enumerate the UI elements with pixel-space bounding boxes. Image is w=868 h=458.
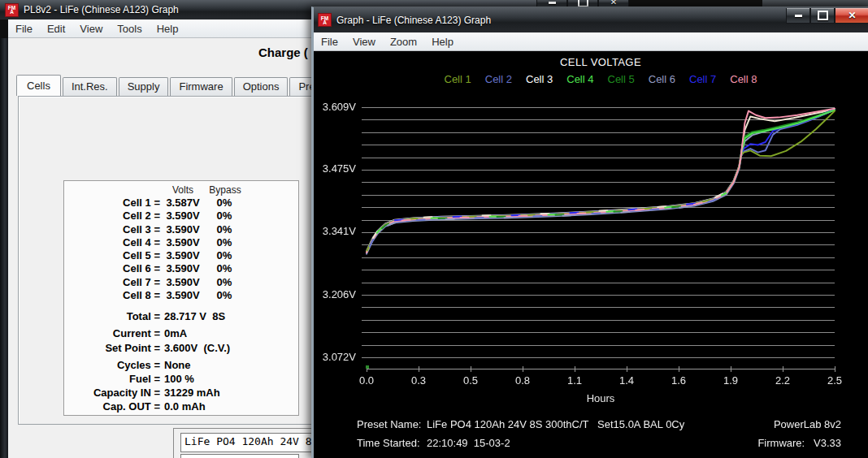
cell-volts: 3.590V — [160, 249, 206, 262]
pl8v2-menu-view[interactable]: View — [72, 20, 110, 37]
cell-bypass: 0% — [206, 236, 243, 249]
pl8v2-menu-help[interactable]: Help — [150, 20, 186, 37]
time-started-label: Time Started: — [357, 437, 427, 449]
cells-tab-panel: Volts Bypass Cell 1 =3.587V0%Cell 2 =3.5… — [18, 96, 335, 425]
preset-name-label: Preset Name: — [357, 418, 427, 430]
summary-row: Cap. OUT =0.0 mAh — [64, 400, 298, 414]
cell-volts: 3.590V — [160, 210, 206, 223]
summary-label: Fuel = — [64, 373, 160, 387]
pl8v2-window-frame — [0, 38, 8, 458]
cell-volts: 3.587V — [160, 197, 206, 210]
summary-value: 100 % — [160, 373, 194, 387]
cell-reading-row: Cell 5 =3.590V0% — [64, 249, 298, 262]
graph-titlebar[interactable]: FM A Graph - LiFe (Chinese A123) Graph — [314, 7, 868, 32]
cell-bypass: 0% — [206, 276, 243, 289]
cell-label: Cell 6 = — [64, 262, 160, 275]
graph-menu-zoom[interactable]: Zoom — [383, 33, 424, 50]
graph-close-button[interactable]: ✕ — [835, 8, 868, 24]
summary-row: Cycles =None — [64, 359, 298, 373]
preset-name-value: LiFe PO4 120Ah 24V 8S 300thC/T Set15.0A … — [427, 418, 684, 430]
app-icon: FM A — [5, 3, 19, 17]
summary-row: Current =0mA — [64, 327, 298, 341]
cell-bypass: 0% — [206, 249, 243, 262]
close-icon: ✕ — [610, 0, 617, 6]
graph-menu-file[interactable]: File — [314, 33, 345, 50]
summary-label: Cycles = — [64, 359, 160, 373]
cell-label: Cell 7 = — [64, 276, 160, 289]
pl8v2-window-title: PL8v2 - LiFe (Chinese A123) Graph — [24, 4, 179, 15]
cell-volts: 3.590V — [160, 236, 206, 249]
minimize-icon — [795, 15, 802, 17]
maximize-icon — [818, 11, 828, 20]
cell-volts: 3.590V — [160, 223, 206, 236]
tab-supply[interactable]: Supply — [119, 77, 169, 96]
cell-reading-row: Cell 3 =3.590V0% — [64, 223, 298, 236]
graph-menu-view[interactable]: View — [345, 33, 383, 50]
preset-settings-field[interactable]: Set15.0A BAL 0Cy — [180, 454, 299, 458]
cell-label: Cell 1 = — [64, 197, 160, 210]
summary-row: Total =28.717 V 8S — [64, 310, 298, 324]
summary-value: 0.0 mAh — [160, 400, 206, 414]
summary-value: 28.717 V 8S — [160, 310, 225, 324]
cell-readings-box: Volts Bypass Cell 1 =3.587V0%Cell 2 =3.5… — [63, 180, 299, 416]
summary-label: Set Point = — [64, 342, 160, 356]
summary-row: Set Point =3.600V (C.V.) — [64, 342, 298, 356]
tab-firmware[interactable]: Firmware — [170, 77, 232, 96]
cell-reading-row: Cell 4 =3.590V0% — [64, 236, 298, 249]
summary-row: Capacity IN =31229 mAh — [64, 387, 298, 400]
summary-label: Cap. OUT = — [64, 400, 160, 414]
cell-volts: 3.590V — [160, 276, 206, 289]
graph-window: FM A Graph - LiFe (Chinese A123) Graph ✕… — [311, 6, 868, 458]
cell-label: Cell 8 = — [64, 289, 160, 302]
cell-label: Cell 2 = — [64, 210, 160, 223]
cell-label: Cell 4 = — [64, 236, 160, 249]
cell-bypass: 0% — [206, 210, 243, 223]
tab-cells[interactable]: Cells — [16, 75, 61, 96]
app-icon-text: A — [323, 20, 327, 24]
cell-bypass: 0% — [206, 223, 243, 236]
summary-label: Total = — [64, 310, 160, 324]
cell-volts: 3.590V — [160, 289, 206, 302]
voltage-chart-canvas[interactable] — [314, 51, 868, 458]
minimize-icon — [549, 2, 556, 4]
close-icon: ✕ — [848, 11, 856, 19]
cell-reading-row: Cell 2 =3.590V0% — [64, 210, 298, 223]
graph-minimize-button[interactable] — [786, 8, 810, 24]
cell-bypass: 0% — [206, 197, 243, 210]
firmware-version: Firmware: V3.33 — [757, 437, 841, 449]
tab-options[interactable]: Options — [234, 77, 289, 96]
summary-value: None — [160, 359, 191, 373]
bypass-column-header: Bypass — [204, 184, 246, 196]
summary-label: Current = — [64, 327, 160, 341]
graph-maximize-button[interactable] — [810, 8, 835, 24]
pl8v2-menu-file[interactable]: File — [8, 20, 40, 37]
cell-reading-row: Cell 1 =3.587V0% — [64, 197, 298, 210]
status-preset-row: Preset Name:LiFe PO4 120Ah 24V 8S 300thC… — [357, 418, 684, 430]
graph-window-controls: ✕ — [786, 8, 868, 24]
cell-rows: Cell 1 =3.587V0%Cell 2 =3.590V0%Cell 3 =… — [64, 197, 298, 414]
status-time-row: Time Started:22:10:49 15-03-2 — [357, 437, 510, 449]
graph-menubar: FileViewZoomHelp — [314, 32, 868, 51]
cell-reading-row: Cell 7 =3.590V0% — [64, 276, 298, 289]
summary-value: 3.600V (C.V.) — [160, 342, 230, 356]
pl8v2-menu-edit[interactable]: Edit — [40, 20, 72, 37]
cell-reading-row: Cell 8 =3.590V0% — [64, 289, 298, 302]
desktop-strip — [762, 0, 868, 6]
device-name: PowerLab 8v2 — [774, 418, 841, 430]
graph-window-title: Graph - LiFe (Chinese A123) Graph — [336, 15, 491, 26]
pl8v2-menu-tools[interactable]: Tools — [110, 20, 149, 37]
app-icon: FM A — [318, 13, 332, 27]
charge-heading: Charge ( — [258, 45, 308, 59]
graph-menu-help[interactable]: Help — [424, 33, 461, 50]
summary-value: 31229 mAh — [160, 387, 220, 400]
volts-column-header: Volts — [160, 184, 206, 196]
summary-value: 0mA — [160, 327, 187, 341]
cell-bypass: 0% — [206, 262, 243, 275]
summary-row: Fuel =100 % — [64, 373, 298, 387]
summary-label: Capacity IN = — [64, 387, 160, 400]
graph-client-area: CELL VOLTAGE Cell 1Cell 2Cell 3Cell 4Cel… — [314, 51, 868, 458]
tab-intres[interactable]: Int.Res. — [63, 77, 117, 96]
cell-bypass: 0% — [206, 289, 243, 302]
cell-volts: 3.590V — [160, 262, 206, 275]
time-started-value: 22:10:49 15-03-2 — [427, 437, 510, 449]
